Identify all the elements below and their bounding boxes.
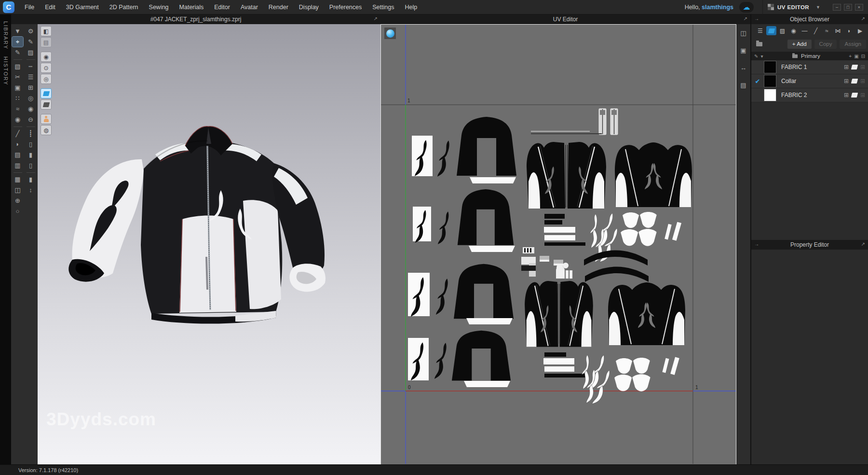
roll-tool-icon[interactable]: ▮	[25, 174, 36, 184]
pin-tool-icon[interactable]: ⊕	[12, 196, 23, 206]
texture-edit-tool-icon[interactable]: ▨	[25, 47, 36, 57]
more-tabs-icon[interactable]: ▶	[855, 26, 865, 35]
edit-pencil-icon[interactable]: ✎	[754, 54, 758, 59]
globe-view-icon[interactable]: ◍	[41, 125, 52, 135]
pen-3d-tool-icon[interactable]: ╱	[12, 128, 23, 139]
expand-plus-icon[interactable]: ⊞	[844, 78, 849, 84]
buttonhole-tool-icon[interactable]: ⊖	[25, 114, 36, 125]
zigzag-tab-icon[interactable]: ≈	[822, 26, 832, 35]
add-copy-icon[interactable]: ⊞	[860, 64, 865, 70]
stitch-tab-icon[interactable]: ╱	[811, 26, 821, 35]
avatar-visibility-icon[interactable]: ◎	[41, 74, 52, 84]
grid-shirt-tool-icon[interactable]: ⊞	[25, 83, 36, 93]
grading-tool-icon[interactable]: ☰	[25, 72, 36, 82]
popout-icon[interactable]: ↗	[374, 16, 378, 21]
avatar-skin-icon[interactable]	[41, 114, 52, 124]
add-copy-icon[interactable]: ⊞	[860, 92, 865, 98]
viewport-3d-titlebar[interactable]: #047 JACKET_zprj_slamthings.zprj ↗	[11, 14, 380, 24]
trim-tool-icon[interactable]: ▮	[25, 150, 36, 160]
piping-tab-icon[interactable]: ◗	[844, 26, 854, 35]
fabric-row-fabric-2[interactable]: FABRIC 2⊞⊞	[751, 88, 868, 102]
pin-visibility-icon[interactable]: ⊙	[41, 63, 52, 73]
menu-settings[interactable]: Settings	[367, 0, 399, 14]
uv-move-icon[interactable]: ↔	[738, 63, 749, 72]
topstitch-tab-icon[interactable]: —	[800, 26, 810, 35]
fabric-swatch[interactable]	[764, 89, 776, 101]
fabric-tab-icon[interactable]	[766, 26, 776, 35]
username-link[interactable]: slamthings	[702, 4, 733, 11]
simulate-tool-icon[interactable]: ▼	[12, 26, 23, 36]
sphere-deform-tool-icon[interactable]: ◗	[12, 139, 23, 149]
menu-avatar[interactable]: Avatar	[235, 0, 263, 14]
add-button[interactable]: + Add	[787, 40, 812, 49]
selected-check-icon[interactable]: ✔	[751, 78, 764, 85]
select-mesh-tool-icon[interactable]: ▧	[12, 61, 23, 71]
fabric-sheet-icon[interactable]	[851, 93, 858, 98]
pen-ruler-tool-icon[interactable]: ✎	[25, 37, 36, 47]
avatar-tape-tool-icon[interactable]: ○	[12, 206, 23, 216]
thickness-view-icon[interactable]	[41, 99, 52, 110]
select-move-tool-icon[interactable]: ⌖	[12, 37, 23, 47]
folder-icon[interactable]	[756, 42, 762, 46]
tab-library[interactable]: LIBRARY	[3, 21, 9, 50]
menu-materials[interactable]: Materials	[174, 0, 209, 14]
list-view-icon[interactable]: ☰	[755, 26, 765, 35]
minimize-button[interactable]: –	[833, 4, 841, 11]
menu-render[interactable]: Render	[263, 0, 294, 14]
measure-tool-icon[interactable]: ↕	[25, 185, 36, 195]
tab-history[interactable]: HISTORY	[3, 56, 9, 85]
show-garment-icon[interactable]: ▤	[41, 37, 52, 47]
mirror-tool-icon[interactable]: ◫	[12, 185, 23, 195]
hammer-tool-icon[interactable]: ⚙	[25, 26, 36, 36]
bow-tab-icon[interactable]: ⋈	[833, 26, 843, 35]
select-lasso-tool-icon[interactable]: ✎	[12, 47, 23, 57]
restore-button[interactable]: □	[844, 4, 852, 11]
property-editor-titlebar[interactable]: → Property Editor ↗	[751, 240, 868, 250]
segment-sewing-tool-icon[interactable]: ∷	[12, 93, 23, 103]
style-jacket-tool-icon[interactable]: ▥	[12, 160, 23, 170]
texture-tab-icon[interactable]: ▨	[777, 26, 787, 35]
fabric-swatch[interactable]	[764, 75, 776, 87]
edit-sewing-tool-icon[interactable]: ✂	[12, 72, 23, 82]
fabric-row-fabric-1[interactable]: FABRIC 1⊞⊞	[751, 60, 868, 74]
fabric-row-collar[interactable]: ✔Collar⊞⊞	[751, 74, 868, 88]
trim-select-tool-icon[interactable]: ▯	[25, 139, 36, 149]
roll-select-tool-icon[interactable]: ▯	[25, 160, 36, 170]
layer-clone-tool-icon[interactable]: ▦	[12, 174, 23, 184]
menu-2d-pattern[interactable]: 2D Pattern	[104, 0, 144, 14]
popout-icon[interactable]: ↗	[744, 16, 747, 21]
button-tool-icon[interactable]: ◉	[25, 104, 36, 114]
menu-3d-garment[interactable]: 3D Garment	[61, 0, 104, 14]
texture-sphere-tool[interactable]	[384, 27, 396, 40]
delete-icon[interactable]: ⊟	[861, 54, 865, 59]
add-folder-icon[interactable]: ▣	[854, 54, 858, 59]
snapshot-tool-icon[interactable]: ◉	[12, 114, 23, 125]
menu-edit[interactable]: Edit	[40, 0, 61, 14]
collapse-arrow-icon[interactable]: →	[754, 241, 759, 247]
garment-visibility-icon[interactable]: ◉	[41, 52, 52, 62]
uv-arrange-icon[interactable]: ▤	[738, 80, 749, 90]
app-logo-icon[interactable]: C	[3, 1, 14, 13]
fabric-view-icon[interactable]	[41, 88, 52, 98]
fabric-section-header[interactable]: ✎▾ Primary +▣⊟	[751, 52, 868, 60]
expand-plus-icon[interactable]: ⊞	[844, 92, 849, 98]
sewing-machine-tool-icon[interactable]: ▣	[12, 83, 23, 93]
menu-preferences[interactable]: Preferences	[324, 0, 367, 14]
copy-button[interactable]: Copy	[814, 40, 837, 49]
collapse-arrow-icon[interactable]: →	[754, 16, 759, 21]
mode-selector-dropdown[interactable]: UV EDITOR ▼	[762, 0, 825, 14]
globe-tool-icon[interactable]: ◎	[25, 93, 36, 103]
topstitch-tool-icon[interactable]: ┉	[25, 61, 36, 71]
menu-file[interactable]: File	[19, 0, 40, 14]
menu-display[interactable]: Display	[294, 0, 324, 14]
add-copy-icon[interactable]: ⊞	[860, 78, 865, 84]
menu-sewing[interactable]: Sewing	[144, 0, 174, 14]
fabric-swatch[interactable]	[764, 61, 776, 73]
viewport-3d-canvas[interactable]: ◧▤◉⊙◎◍ 3Dyyds.com	[38, 24, 380, 464]
zipper-tool-icon[interactable]: ┋	[25, 128, 36, 139]
add-fabric-icon[interactable]: +	[849, 54, 852, 59]
uv-snapshot-icon[interactable]: ◫	[738, 28, 749, 38]
assign-button[interactable]: Assign	[840, 40, 866, 49]
menu-editor[interactable]: Editor	[209, 0, 235, 14]
fabric-sheet-icon[interactable]	[851, 79, 858, 84]
